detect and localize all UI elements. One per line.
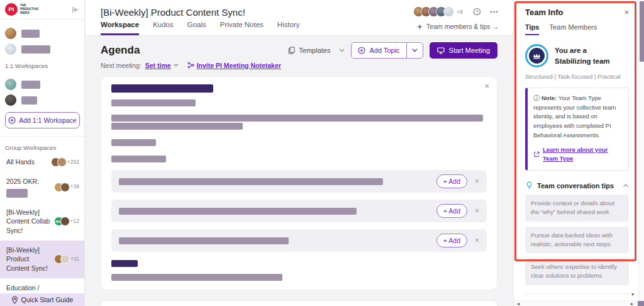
- next-meeting-row: Next meeting: Set time Invite PI Meeting…: [101, 60, 497, 70]
- conversation-tip: Seek others’ expertise to identify clear…: [525, 258, 629, 285]
- team-type-text: You are a Stabilizing team: [555, 45, 610, 65]
- sidebar-item-content-collab-sync[interactable]: [Bi-Weekly] Content Collab Sync! KH +12: [0, 203, 84, 241]
- redacted-text: [111, 99, 196, 106]
- set-time-link[interactable]: Set time: [145, 62, 179, 69]
- chevron-up-icon[interactable]: [623, 184, 629, 188]
- avatar-cluster: +252: [51, 157, 79, 167]
- more-options-icon[interactable]: •••: [490, 9, 499, 15]
- brand-name: THE PREDICTIVE INDEX: [20, 4, 39, 14]
- brand-line: PREDICTIVE: [20, 8, 39, 11]
- member-count: +252: [67, 159, 79, 166]
- team-info-title: Team Info: [525, 8, 563, 17]
- add-topic-caret-button[interactable]: [406, 43, 423, 58]
- avatar-cluster: +11: [54, 254, 79, 264]
- sidebar-item-2025-okr[interactable]: 2025 OKR: +39: [0, 172, 84, 203]
- one-on-one-workspaces: [0, 71, 84, 106]
- redacted-name: [21, 96, 37, 105]
- collapse-sidebar-icon[interactable]: [72, 6, 79, 13]
- avatar-cluster: KH +12: [54, 217, 79, 226]
- conversation-tip: Provide context or details about the “wh…: [525, 195, 629, 222]
- close-subtopic-icon[interactable]: ×: [475, 178, 479, 185]
- learn-more-row: Learn more about your Team Type: [533, 145, 623, 164]
- team-info-tabs: Tips Team Members: [525, 23, 629, 35]
- info-icon: ⓘ: [533, 94, 540, 101]
- workspace-header: [Bi-Weekly] Product Content Sync! +8 •••…: [86, 0, 513, 36]
- workspace-item[interactable]: [5, 28, 79, 39]
- templates-button[interactable]: Templates: [288, 47, 345, 54]
- group-name: All Hands: [6, 157, 48, 167]
- redacted-topic-title: [111, 84, 213, 93]
- sidebar-item-product-content-sync[interactable]: [Bi-Weekly] Product Content Sync! +11: [0, 241, 84, 278]
- member-count: +39: [70, 183, 79, 191]
- workspace-item[interactable]: [5, 79, 79, 90]
- close-panel-icon[interactable]: ×: [624, 8, 629, 16]
- group-name: [Bi-Weekly] Product Content Sync!: [6, 246, 52, 273]
- quick-start-guide-button[interactable]: Quick Start Guide: [0, 293, 84, 306]
- learn-more-link[interactable]: Learn more about your Team Type: [543, 145, 623, 164]
- add-note-button[interactable]: + Add: [436, 204, 467, 218]
- section-label-1on1: 1:1 Workspaces: [5, 62, 79, 69]
- close-subtopic-icon[interactable]: ×: [475, 237, 479, 244]
- member-avatars[interactable]: [413, 6, 454, 17]
- redacted-text: [111, 115, 483, 122]
- team-info-panel: Team Info × Tips Team Members You are a …: [513, 0, 638, 306]
- team-type-badge-icon: [525, 44, 548, 67]
- suggested-topics-card[interactable]: Suggested Topics: [101, 300, 497, 306]
- conversation-tips-header[interactable]: Team conversation tips: [525, 181, 629, 190]
- start-meeting-button[interactable]: Start Meeting: [430, 42, 497, 59]
- share-nodes-icon: [187, 62, 194, 69]
- templates-icon: [288, 47, 295, 54]
- sidebar-item-all-hands[interactable]: All Hands +252: [0, 152, 84, 172]
- agenda-subtopic-row: + Add ×: [111, 170, 487, 193]
- horizontal-scrollbar[interactable]: ◂ ▸: [514, 300, 638, 306]
- plus-circle-icon: [358, 47, 365, 54]
- tab-goals[interactable]: Goals: [187, 21, 206, 35]
- section-label-groups: Group Workspaces: [5, 144, 79, 151]
- close-topic-icon[interactable]: ×: [484, 82, 489, 90]
- redacted-text: [111, 139, 156, 146]
- redacted-text: [119, 208, 357, 215]
- quick-start-label: Quick Start Guide: [21, 296, 74, 303]
- add-1on1-workspace-button[interactable]: Add 1:1 Workspace: [5, 112, 80, 128]
- team-members-tips-link[interactable]: Team members & tips →: [416, 23, 499, 30]
- add-topic-button[interactable]: Add Topic: [352, 43, 406, 58]
- app-window: PI THE PREDICTIVE INDEX 1:1 Workspaces: [0, 0, 644, 306]
- tab-history[interactable]: History: [277, 21, 300, 35]
- tab-team-members[interactable]: Team Members: [549, 23, 597, 35]
- tab-private-notes[interactable]: Private Notes: [220, 21, 264, 35]
- avatar: [5, 28, 16, 39]
- chevron-down-icon: [174, 64, 179, 67]
- workspace-item[interactable]: [5, 43, 79, 55]
- workspace-item[interactable]: [5, 94, 79, 106]
- team-type-badge-row: You are a Stabilizing team: [525, 44, 629, 67]
- vertical-scrollbar[interactable]: [638, 0, 644, 306]
- redacted-text: [119, 178, 383, 185]
- add-note-button[interactable]: + Add: [436, 174, 467, 188]
- tab-tips[interactable]: Tips: [525, 23, 539, 35]
- tab-workspace[interactable]: Workspace: [101, 21, 139, 35]
- external-link-icon: [533, 151, 540, 157]
- sidebar-header: PI THE PREDICTIVE INDEX: [0, 0, 84, 20]
- tab-kudos[interactable]: Kudos: [153, 21, 174, 35]
- history-clock-icon[interactable]: [473, 8, 481, 16]
- add-workspace-label: Add 1:1 Workspace: [19, 116, 76, 124]
- sparkle-icon: [416, 23, 423, 30]
- sidebar: PI THE PREDICTIVE INDEX 1:1 Workspaces: [0, 0, 85, 306]
- redacted-text: [111, 156, 166, 162]
- chevron-down-icon: [339, 48, 345, 52]
- invite-notetaker-link[interactable]: Invite PI Meeting Notetaker: [187, 62, 281, 69]
- redacted-text: [111, 260, 138, 267]
- header-actions: +8 •••: [413, 6, 499, 17]
- scroll-right-arrow[interactable]: ▸: [631, 301, 633, 306]
- scrollbar-corner-thumb[interactable]: [638, 301, 644, 306]
- add-note-button[interactable]: + Add: [436, 234, 467, 247]
- workspace-tabs: Workspace Kudos Goals Private Notes Hist…: [101, 21, 300, 35]
- avatar: [60, 254, 70, 264]
- team-traits: Structured | Task-focused | Practical: [525, 73, 629, 80]
- scroll-left-arrow[interactable]: ◂: [517, 301, 519, 306]
- scroll-down-arrow[interactable]: ▾: [631, 292, 634, 297]
- scrollbar-thumb[interactable]: [640, 1, 644, 62]
- main-content: [Bi-Weekly] Product Content Sync! +8 •••…: [86, 0, 513, 306]
- close-subtopic-icon[interactable]: ×: [475, 207, 479, 215]
- member-overflow-count: +8: [457, 9, 463, 15]
